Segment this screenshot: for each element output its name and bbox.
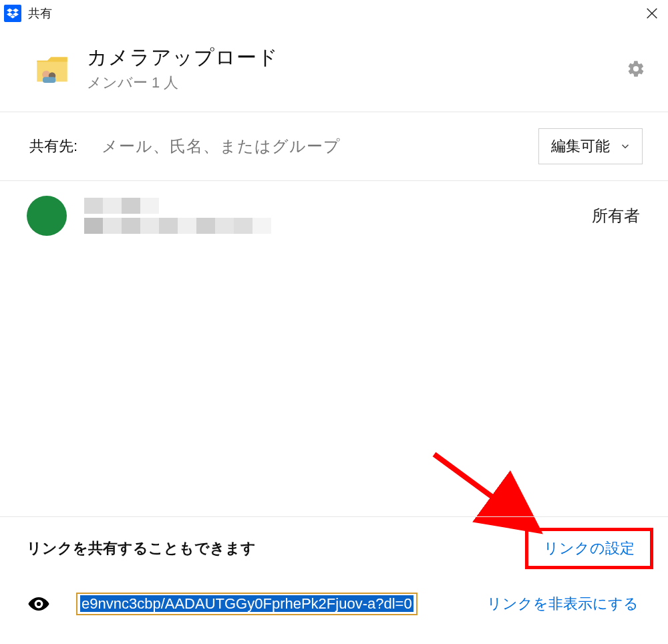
member-role: 所有者 bbox=[592, 205, 640, 226]
folder-name: カメラアップロード bbox=[87, 44, 624, 71]
permission-selected: 編集可能 bbox=[551, 136, 610, 156]
share-url-value: e9nvnc3cbp/AADAUTGGy0FprhePk2Fjuov-a?dl=… bbox=[80, 595, 413, 612]
share-recipient-input[interactable] bbox=[100, 136, 528, 156]
eye-icon bbox=[27, 592, 51, 616]
window-title: 共有 bbox=[28, 5, 52, 21]
avatar bbox=[27, 196, 67, 236]
dropbox-icon bbox=[4, 5, 21, 22]
chevron-down-icon bbox=[619, 140, 631, 152]
member-list: 所有者 bbox=[0, 181, 668, 236]
member-redacted-name bbox=[84, 198, 592, 234]
link-settings-link[interactable]: リンクの設定 bbox=[544, 540, 635, 556]
share-url-field[interactable]: e9nvnc3cbp/AADAUTGGy0FprhePk2Fjuov-a?dl=… bbox=[76, 593, 418, 615]
hide-link-link[interactable]: リンクを非表示にする bbox=[487, 594, 639, 614]
member-row: 所有者 bbox=[27, 196, 643, 236]
svg-rect-4 bbox=[43, 77, 55, 83]
folder-icon bbox=[32, 49, 72, 89]
titlebar: 共有 bbox=[0, 0, 668, 27]
link-share-section: リンクを共有することもできます リンクの設定 e9nvnc3cbp/AADAUT… bbox=[0, 516, 668, 644]
link-share-heading: リンクを共有することもできます bbox=[27, 538, 537, 558]
share-row: 共有先: 編集可能 bbox=[0, 112, 668, 181]
settings-gear-button[interactable] bbox=[624, 57, 648, 81]
folder-member-count: メンバー 1 人 bbox=[87, 73, 624, 93]
close-button[interactable] bbox=[641, 3, 663, 24]
share-to-label: 共有先: bbox=[29, 136, 77, 156]
folder-header: カメラアップロード メンバー 1 人 bbox=[0, 27, 668, 112]
svg-point-6 bbox=[37, 602, 41, 606]
permission-dropdown[interactable]: 編集可能 bbox=[538, 128, 643, 164]
